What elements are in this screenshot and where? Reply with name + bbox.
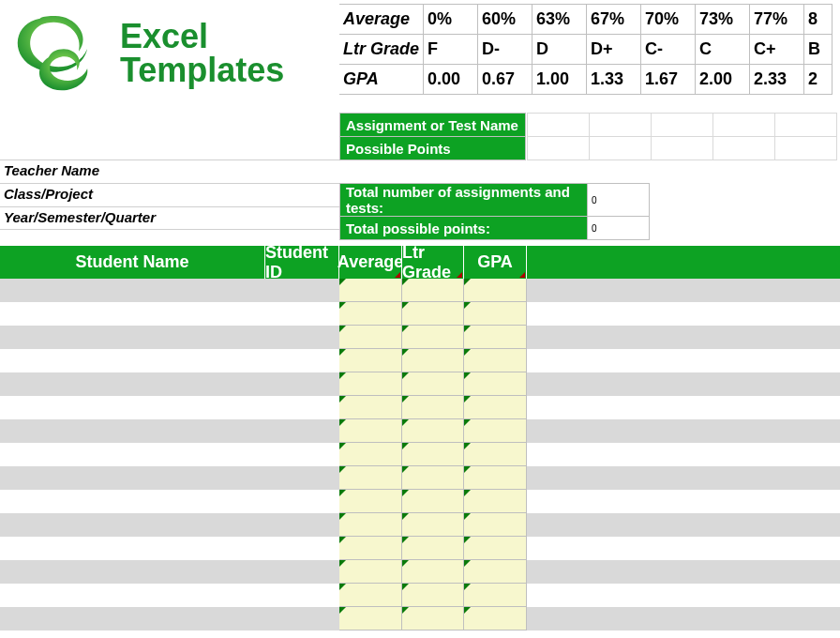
data-cell-ltr[interactable] [402, 513, 464, 537]
assignment-name-cell[interactable] [652, 114, 713, 137]
data-cell-id[interactable] [265, 326, 339, 349]
possible-points-cell[interactable] [775, 137, 837, 160]
data-cell-id[interactable] [265, 607, 339, 630]
data-cell-id[interactable] [265, 490, 339, 513]
scale-cell[interactable]: 63% [532, 5, 587, 35]
data-cell-name[interactable] [0, 560, 265, 584]
possible-points-cell[interactable] [590, 137, 652, 160]
scale-cell[interactable]: D+ [587, 35, 641, 65]
data-cell-id[interactable] [265, 513, 339, 537]
data-cell-ltr[interactable] [402, 584, 464, 607]
data-cell-id[interactable] [265, 372, 339, 396]
data-cell-gpa[interactable] [464, 443, 527, 466]
scale-cell[interactable]: B [804, 35, 832, 65]
data-cell-gpa[interactable] [464, 419, 527, 443]
data-cell-id[interactable] [265, 419, 339, 443]
data-cell-blank[interactable] [527, 560, 840, 584]
data-cell-gpa[interactable] [464, 584, 527, 607]
scale-cell[interactable]: 77% [750, 5, 804, 35]
data-cell-gpa[interactable] [464, 349, 527, 372]
data-cell-blank[interactable] [527, 349, 840, 372]
data-cell-name[interactable] [0, 279, 265, 302]
data-cell-avg[interactable] [339, 584, 402, 607]
scale-cell[interactable]: 1.67 [641, 65, 696, 95]
assignment-name-cell[interactable] [775, 114, 837, 137]
data-cell-blank[interactable] [527, 513, 840, 537]
possible-points-cell[interactable] [652, 137, 713, 160]
assignment-name-cell[interactable] [528, 114, 590, 137]
scale-cell[interactable]: 2.00 [696, 65, 750, 95]
data-cell-blank[interactable] [527, 443, 840, 466]
data-cell-avg[interactable] [339, 466, 402, 490]
data-cell-gpa[interactable] [464, 326, 527, 349]
scale-cell[interactable]: 1.00 [532, 65, 587, 95]
scale-cell[interactable]: 73% [696, 5, 750, 35]
data-cell-blank[interactable] [527, 302, 840, 326]
class-project-label[interactable]: Class/Project [0, 183, 339, 206]
scale-cell[interactable]: C- [641, 35, 696, 65]
data-cell-ltr[interactable] [402, 537, 464, 560]
data-cell-blank[interactable] [527, 396, 840, 419]
data-cell-name[interactable] [0, 396, 265, 419]
possible-points-cell[interactable] [713, 137, 775, 160]
scale-cell[interactable]: 70% [641, 5, 696, 35]
data-cell-id[interactable] [265, 443, 339, 466]
data-cell-ltr[interactable] [402, 419, 464, 443]
data-cell-avg[interactable] [339, 326, 402, 349]
data-cell-id[interactable] [265, 302, 339, 326]
scale-cell[interactable]: 0.67 [478, 65, 532, 95]
data-cell-gpa[interactable] [464, 513, 527, 537]
data-cell-gpa[interactable] [464, 466, 527, 490]
data-cell-gpa[interactable] [464, 560, 527, 584]
data-cell-name[interactable] [0, 372, 265, 396]
data-cell-ltr[interactable] [402, 443, 464, 466]
scale-cell[interactable]: C [696, 35, 750, 65]
data-cell-avg[interactable] [339, 302, 402, 326]
data-cell-id[interactable] [265, 396, 339, 419]
data-cell-blank[interactable] [527, 419, 840, 443]
scale-cell[interactable]: C+ [750, 35, 804, 65]
data-cell-blank[interactable] [527, 537, 840, 560]
year-semester-label[interactable]: Year/Semester/Quarter [0, 206, 339, 230]
data-cell-ltr[interactable] [402, 466, 464, 490]
data-cell-ltr[interactable] [402, 607, 464, 630]
data-cell-gpa[interactable] [464, 490, 527, 513]
data-cell-avg[interactable] [339, 396, 402, 419]
data-cell-gpa[interactable] [464, 537, 527, 560]
data-cell-ltr[interactable] [402, 302, 464, 326]
data-cell-name[interactable] [0, 349, 265, 372]
data-cell-ltr[interactable] [402, 490, 464, 513]
data-cell-blank[interactable] [527, 584, 840, 607]
scale-cell[interactable]: 1.33 [587, 65, 641, 95]
data-cell-gpa[interactable] [464, 607, 527, 630]
data-cell-id[interactable] [265, 279, 339, 302]
data-cell-blank[interactable] [527, 466, 840, 490]
data-cell-blank[interactable] [527, 372, 840, 396]
teacher-name-label[interactable]: Teacher Name [0, 160, 339, 183]
data-cell-id[interactable] [265, 560, 339, 584]
data-cell-avg[interactable] [339, 279, 402, 302]
assignment-name-cell[interactable] [713, 114, 775, 137]
data-cell-name[interactable] [0, 607, 265, 630]
data-cell-avg[interactable] [339, 490, 402, 513]
data-cell-name[interactable] [0, 537, 265, 560]
data-cell-name[interactable] [0, 466, 265, 490]
scale-cell[interactable]: 2 [804, 65, 832, 95]
data-cell-avg[interactable] [339, 607, 402, 630]
scale-cell[interactable]: 8 [804, 5, 832, 35]
data-cell-blank[interactable] [527, 326, 840, 349]
data-cell-avg[interactable] [339, 513, 402, 537]
scale-cell[interactable]: 67% [587, 5, 641, 35]
scale-cell[interactable]: D [532, 35, 587, 65]
scale-cell[interactable]: 2.33 [750, 65, 804, 95]
data-cell-gpa[interactable] [464, 279, 527, 302]
data-cell-name[interactable] [0, 419, 265, 443]
data-cell-blank[interactable] [527, 279, 840, 302]
data-cell-name[interactable] [0, 584, 265, 607]
data-cell-blank[interactable] [527, 607, 840, 630]
data-cell-name[interactable] [0, 443, 265, 466]
data-cell-blank[interactable] [527, 490, 840, 513]
data-cell-id[interactable] [265, 466, 339, 490]
data-cell-avg[interactable] [339, 419, 402, 443]
data-cell-ltr[interactable] [402, 372, 464, 396]
